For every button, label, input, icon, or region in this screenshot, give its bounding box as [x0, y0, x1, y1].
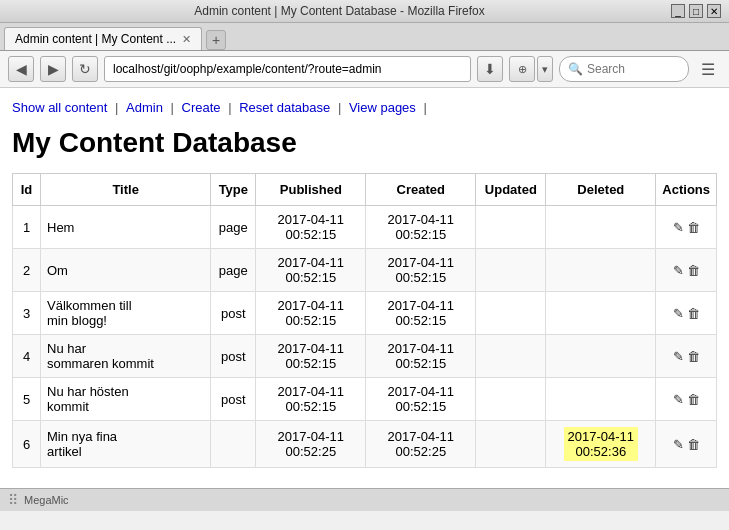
cell-type: post: [211, 292, 256, 335]
tab-bar: Admin content | My Content ... ✕ +: [0, 23, 729, 51]
delete-button[interactable]: 🗑: [687, 306, 700, 321]
cell-title: Min nya finaartikel: [41, 421, 211, 468]
status-bar: ⠿ MegaMic: [0, 488, 729, 511]
new-tab-button[interactable]: +: [206, 30, 226, 50]
cell-created: 2017-04-1100:52:15: [366, 292, 476, 335]
cell-deleted: [546, 378, 656, 421]
breadcrumb-view-pages[interactable]: View pages: [349, 100, 416, 115]
cell-deleted: 2017-04-1100:52:36: [546, 421, 656, 468]
edit-button[interactable]: ✎: [673, 437, 684, 452]
cell-actions: ✎ 🗑: [656, 249, 717, 292]
col-header-updated: Updated: [476, 174, 546, 206]
breadcrumb-sep-5: |: [423, 100, 426, 115]
cell-id: 1: [13, 206, 41, 249]
zoom-level: ▾: [537, 56, 553, 82]
cell-type: [211, 421, 256, 468]
back-button[interactable]: ◀: [8, 56, 34, 82]
cell-published: 2017-04-1100:52:15: [256, 206, 366, 249]
cell-published: 2017-04-1100:52:25: [256, 421, 366, 468]
active-tab[interactable]: Admin content | My Content ... ✕: [4, 27, 202, 50]
table-row: 6 Min nya finaartikel 2017-04-1100:52:25…: [13, 421, 717, 468]
cell-id: 4: [13, 335, 41, 378]
cell-type: page: [211, 249, 256, 292]
breadcrumb-reset-database[interactable]: Reset database: [239, 100, 330, 115]
cell-title: Välkommen tillmin blogg!: [41, 292, 211, 335]
zoom-button[interactable]: ⊕: [509, 56, 535, 82]
cell-published: 2017-04-1100:52:15: [256, 249, 366, 292]
col-header-actions: Actions: [656, 174, 717, 206]
cell-type: post: [211, 335, 256, 378]
cell-published: 2017-04-1100:52:15: [256, 335, 366, 378]
cell-created: 2017-04-1100:52:15: [366, 249, 476, 292]
cell-updated: [476, 378, 546, 421]
cell-created: 2017-04-1100:52:15: [366, 378, 476, 421]
edit-button[interactable]: ✎: [673, 392, 684, 407]
maximize-button[interactable]: □: [689, 4, 703, 18]
edit-button[interactable]: ✎: [673, 263, 684, 278]
close-button[interactable]: ✕: [707, 4, 721, 18]
title-bar-text: Admin content | My Content Database - Mo…: [8, 4, 671, 18]
breadcrumb-sep-3: |: [228, 100, 235, 115]
delete-button[interactable]: 🗑: [687, 220, 700, 235]
status-dots-icon: ⠿: [8, 492, 18, 508]
table-row: 3 Välkommen tillmin blogg! post 2017-04-…: [13, 292, 717, 335]
breadcrumb-sep-4: |: [338, 100, 345, 115]
cell-created: 2017-04-1100:52:25: [366, 421, 476, 468]
page-content: Show all content | Admin | Create | Rese…: [0, 88, 729, 488]
reload-button[interactable]: ↻: [72, 56, 98, 82]
cell-deleted: [546, 292, 656, 335]
breadcrumb-sep-2: |: [171, 100, 178, 115]
cell-type: page: [211, 206, 256, 249]
breadcrumb-create[interactable]: Create: [182, 100, 221, 115]
cell-deleted: [546, 335, 656, 378]
delete-button[interactable]: 🗑: [687, 437, 700, 452]
cell-title: Hem: [41, 206, 211, 249]
delete-button[interactable]: 🗑: [687, 349, 700, 364]
cell-title: Nu har höstenkommit: [41, 378, 211, 421]
cell-deleted: [546, 206, 656, 249]
cell-updated: [476, 292, 546, 335]
col-header-created: Created: [366, 174, 476, 206]
search-input[interactable]: [587, 62, 680, 76]
page-title: My Content Database: [12, 127, 717, 159]
table-header-row: Id Title Type Published Created Updated …: [13, 174, 717, 206]
breadcrumb-admin[interactable]: Admin: [126, 100, 163, 115]
cell-updated: [476, 249, 546, 292]
col-header-deleted: Deleted: [546, 174, 656, 206]
breadcrumb-sep-1: |: [115, 100, 122, 115]
deleted-value: 2017-04-1100:52:36: [564, 427, 639, 461]
cell-actions: ✎ 🗑: [656, 378, 717, 421]
cell-actions: ✎ 🗑: [656, 421, 717, 468]
cell-id: 5: [13, 378, 41, 421]
forward-button[interactable]: ▶: [40, 56, 66, 82]
edit-button[interactable]: ✎: [673, 220, 684, 235]
status-text: MegaMic: [24, 494, 69, 506]
search-magnifier-icon: 🔍: [568, 62, 583, 76]
hamburger-menu-button[interactable]: ☰: [695, 56, 721, 82]
breadcrumb-show-all-content[interactable]: Show all content: [12, 100, 107, 115]
delete-button[interactable]: 🗑: [687, 263, 700, 278]
cell-updated: [476, 335, 546, 378]
table-row: 4 Nu harsommaren kommit post 2017-04-110…: [13, 335, 717, 378]
tab-close-button[interactable]: ✕: [182, 33, 191, 46]
cell-created: 2017-04-1100:52:15: [366, 206, 476, 249]
cell-created: 2017-04-1100:52:15: [366, 335, 476, 378]
table-row: 5 Nu har höstenkommit post 2017-04-1100:…: [13, 378, 717, 421]
delete-button[interactable]: 🗑: [687, 392, 700, 407]
col-header-id: Id: [13, 174, 41, 206]
edit-button[interactable]: ✎: [673, 349, 684, 364]
cell-id: 2: [13, 249, 41, 292]
cell-actions: ✎ 🗑: [656, 292, 717, 335]
edit-button[interactable]: ✎: [673, 306, 684, 321]
title-bar: Admin content | My Content Database - Mo…: [0, 0, 729, 23]
minimize-button[interactable]: _: [671, 4, 685, 18]
cell-updated: [476, 421, 546, 468]
download-icon[interactable]: ⬇: [477, 56, 503, 82]
col-header-title: Title: [41, 174, 211, 206]
col-header-type: Type: [211, 174, 256, 206]
cell-id: 6: [13, 421, 41, 468]
url-input[interactable]: [104, 56, 471, 82]
cell-updated: [476, 206, 546, 249]
cell-published: 2017-04-1100:52:15: [256, 378, 366, 421]
cell-actions: ✎ 🗑: [656, 335, 717, 378]
